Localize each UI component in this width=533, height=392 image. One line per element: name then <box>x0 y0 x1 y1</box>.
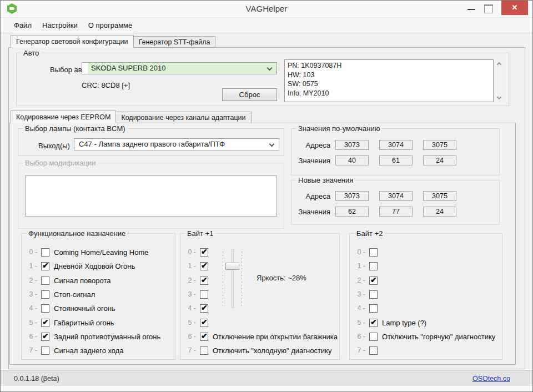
bit-label: 7 - <box>26 346 37 354</box>
part-info-box[interactable]: PN: 1K0937087H HW: 103 SW: 0575 Info: MY… <box>284 59 494 102</box>
crc-text: CRC: 8CD8 [+] <box>82 81 130 89</box>
default-value-box: 61 <box>379 155 413 165</box>
tab-light-config-generator[interactable]: Генератор световой конфигурации <box>11 35 134 48</box>
new-address-box[interactable]: 3074 <box>379 191 413 201</box>
checkbox-bit0[interactable] <box>369 248 378 257</box>
reset-button[interactable]: Сброс <box>222 88 277 101</box>
byte2-group: Байт +2 0 - 1 - 2 - 3 - 4 - 5 -Lamp type… <box>349 233 502 360</box>
checkbox-bit0[interactable] <box>41 248 49 257</box>
bit-label: 1 - <box>354 262 365 270</box>
checkbox-label: Стоп-сигнал <box>54 290 95 299</box>
checkbox-label: Габаритный огонь <box>54 319 114 327</box>
checkbox-bit6[interactable] <box>200 333 208 341</box>
menu-file[interactable]: Файл <box>14 21 32 29</box>
info-scrollbar[interactable] <box>495 59 504 102</box>
new-address-box[interactable]: 3075 <box>423 191 456 201</box>
new-values-group: Новые значения Адреса 3073 3074 3075 Зна… <box>291 180 500 225</box>
eeprom-coding-panel: Выбор лампы (контакта BCM) Выход(ы) C47 … <box>9 123 516 365</box>
checkbox-label: Отключить "горячую" диагностику <box>382 333 495 341</box>
menu-about[interactable]: О программе <box>88 21 133 29</box>
bit-label: 6 - <box>354 333 365 340</box>
checkbox-label: Задний противотуманный огонь <box>54 333 160 341</box>
checkbox-bit2[interactable] <box>200 277 208 285</box>
default-address-box: 3074 <box>379 140 413 150</box>
website-link[interactable]: OSOtech.co <box>472 375 510 383</box>
scroll-down-icon[interactable] <box>497 95 501 99</box>
byte1-group: Байт +1 0 - 1 - 2 - 3 - 4 - 5 - 6 -Отклю… <box>180 233 340 360</box>
byte2-group-title: Байт +2 <box>354 229 385 238</box>
new-value-box[interactable]: 77 <box>379 207 413 217</box>
modification-group-title: Выбор модификации <box>23 159 98 167</box>
auto-group-title: Авто <box>21 49 41 57</box>
checkbox-bit1[interactable] <box>200 262 208 270</box>
checkbox-bit5[interactable] <box>200 319 208 327</box>
checkbox-bit5[interactable] <box>369 319 378 327</box>
default-address-box: 3073 <box>335 140 369 150</box>
bit-label: 2 - <box>185 277 196 284</box>
checkbox-bit7[interactable] <box>41 346 49 355</box>
checkbox-bit1[interactable] <box>369 262 378 270</box>
new-address-box[interactable]: 3073 <box>335 191 369 201</box>
checkbox-bit7[interactable] <box>200 346 208 355</box>
default-values-group: Значения по-умолчанию Адреса 3073 3074 3… <box>291 128 500 175</box>
bit-label: 4 - <box>354 304 365 312</box>
bit-label: 6 - <box>26 333 37 340</box>
addresses-label: Адреса <box>291 141 330 149</box>
modification-listbox <box>25 175 277 217</box>
slider-ticks-left <box>223 252 223 306</box>
checkbox-bit4[interactable] <box>200 304 208 313</box>
checkbox-bit3[interactable] <box>41 290 49 299</box>
brightness-label: Яркость: ~28% <box>257 274 306 282</box>
car-select-value: SKODA SUPERB 2010 <box>91 64 165 72</box>
checkbox-label: Coming Home/Leaving Home <box>54 248 149 257</box>
byte1-group-title: Байт +1 <box>185 229 215 238</box>
brightness-slider-thumb[interactable] <box>225 263 239 270</box>
car-select[interactable]: SKODA SUPERB 2010 <box>82 62 277 74</box>
checkbox-bit4[interactable] <box>41 304 49 313</box>
scroll-up-icon[interactable] <box>497 62 501 67</box>
checkbox-bit6[interactable] <box>41 333 49 341</box>
menu-settings[interactable]: Настройки <box>42 21 78 29</box>
bit-label: 3 - <box>354 290 365 298</box>
checkbox-label: Дневной Ходовой Огонь <box>54 262 135 270</box>
bit-label: 0 - <box>26 248 37 256</box>
tab-coding-adaptation[interactable]: Кодирование через каналы адаптации <box>115 112 251 123</box>
checkbox-label: Отключить "холодную" диагностику <box>213 346 331 355</box>
checkbox-bit2[interactable] <box>41 277 49 285</box>
default-address-box: 3075 <box>423 140 456 150</box>
checkbox-bit7[interactable] <box>369 346 378 355</box>
tab-coding-eeprom[interactable]: Кодирование через EEPROM <box>11 110 116 123</box>
title-bar: VAGHelper ✕ <box>1 1 532 17</box>
maximize-button[interactable] <box>481 3 495 14</box>
output-select[interactable]: C47 - Лампа заднего правого габарита/ПТФ <box>74 138 279 150</box>
checkbox-bit6[interactable] <box>369 333 378 341</box>
checkbox-bit0[interactable] <box>200 248 208 257</box>
checkbox-label: Стояночный огонь <box>54 304 115 313</box>
auto-group: Авто Выбор авто SKODA SUPERB 2010 CRC: 8… <box>16 53 509 106</box>
close-button[interactable]: ✕ <box>501 1 528 15</box>
status-bar: 0.0.1.18 (βeta) OSOtech.co <box>1 370 532 386</box>
checkbox-bit2[interactable] <box>369 277 378 285</box>
checkbox-bit1[interactable] <box>41 262 49 270</box>
new-value-box[interactable]: 24 <box>423 207 456 217</box>
bit-label: 0 - <box>354 248 365 256</box>
coding-tab-strip: Кодирование через EEPROM Кодирование чер… <box>11 110 251 123</box>
bit-label: 3 - <box>185 290 196 298</box>
brightness-slider-track[interactable] <box>232 249 234 308</box>
default-value-box: 40 <box>335 155 369 165</box>
bit-label: 5 - <box>185 319 196 326</box>
slider-ticks-right <box>242 252 242 306</box>
bit-label: 2 - <box>26 277 37 284</box>
tab-stt-file-generator[interactable]: Генератор STT-файла <box>133 36 216 48</box>
checkbox-bit3[interactable] <box>200 290 208 299</box>
chevron-down-icon <box>269 142 275 147</box>
checkbox-bit3[interactable] <box>369 290 378 299</box>
lamp-select-group: Выбор лампы (контакта BCM) Выход(ы) C47 … <box>18 128 284 156</box>
checkbox-bit5[interactable] <box>41 319 49 327</box>
checkbox-label: Сигнал заднего хода <box>54 346 124 355</box>
minimize-button[interactable] <box>465 3 478 14</box>
checkbox-label: Отключение при открытии багажника <box>213 333 338 341</box>
checkbox-bit4[interactable] <box>369 304 378 313</box>
bit-label: 6 - <box>185 333 196 340</box>
new-value-box[interactable]: 62 <box>335 207 369 217</box>
